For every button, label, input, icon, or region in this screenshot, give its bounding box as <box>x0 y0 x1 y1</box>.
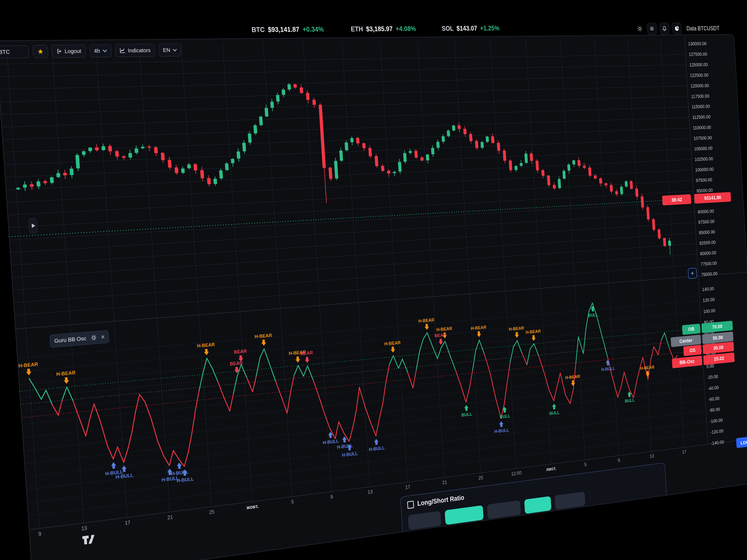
play-icon <box>32 223 35 228</box>
ticker-bar: BTC $93,141.87 +0.34% ETH $3,185.97 +4.0… <box>251 25 499 34</box>
ticker-price: $3,185.97 <box>366 25 393 33</box>
data-source-label: Data BTCUSDT <box>686 25 720 32</box>
language-dropdown[interactable]: EN <box>158 44 181 57</box>
chart-toolbar: ★ Logout 4h Indicators EN <box>0 44 181 59</box>
ticker-item-btc: BTC $93,141.87 +0.34% <box>251 25 324 34</box>
ticker-symbol: ETH <box>351 25 363 33</box>
timeframe-value: 4h <box>94 48 100 54</box>
tilted-screen: BTC $93,141.87 +0.34% ETH $3,185.97 +4.0… <box>0 9 747 560</box>
tradingview-logo[interactable] <box>82 534 96 549</box>
panel-pill-button[interactable] <box>408 511 441 530</box>
panel-pill-button[interactable] <box>524 496 551 514</box>
ticker-change: +1.25% <box>480 25 499 32</box>
close-icon[interactable]: × <box>101 333 105 341</box>
indicators-button[interactable]: Indicators <box>115 44 155 57</box>
ticker-price: $93,141.87 <box>268 26 300 34</box>
ticker-item-eth: ETH $3,185.97 +4.08% <box>351 25 416 33</box>
ticker-change: +0.34% <box>302 25 324 33</box>
topbar-controls: Data BTCUSDT <box>635 22 720 34</box>
bell-icon <box>662 25 667 32</box>
logout-button[interactable]: Logout <box>52 45 86 58</box>
ticker-symbol: SOL <box>442 25 454 32</box>
chart-window: Long/Short Ratio <box>0 34 747 560</box>
add-pane-button[interactable]: + <box>688 268 697 279</box>
pie-chart-icon <box>674 25 680 32</box>
gear-icon[interactable] <box>90 334 97 341</box>
bottom-panel: Long/Short Ratio <box>400 462 669 560</box>
chevron-down-icon <box>103 49 107 52</box>
favorite-button[interactable]: ★ <box>32 45 48 58</box>
panel-pill-button[interactable] <box>445 505 483 525</box>
panel-icon <box>407 501 414 509</box>
logout-label: Logout <box>65 48 81 54</box>
portfolio-button[interactable] <box>672 23 682 34</box>
panel-pill-button[interactable] <box>487 500 521 519</box>
alerts-button[interactable] <box>660 23 670 34</box>
language-value: EN <box>163 47 170 53</box>
brightness-icon[interactable] <box>636 24 644 34</box>
ticker-change: +4.08% <box>395 25 416 33</box>
chevron-down-icon <box>173 48 177 51</box>
timeframe-dropdown[interactable]: 4h <box>89 44 111 57</box>
ticker-item-sol: SOL $143.07 +1.25% <box>442 25 499 32</box>
indicators-icon <box>119 48 126 54</box>
ticker-symbol: BTC <box>251 26 265 34</box>
logout-icon <box>56 48 62 54</box>
menu-button[interactable] <box>647 23 657 34</box>
ticker-price: $143.07 <box>456 25 478 32</box>
indicators-label: Indicators <box>128 47 151 54</box>
replay-play-button[interactable] <box>28 218 38 234</box>
indicator-title: Guru BB Osc <box>54 335 87 344</box>
panel-title: Long/Short Ratio <box>417 494 464 508</box>
panel-pill-button[interactable] <box>555 492 585 510</box>
star-icon: ★ <box>37 47 44 56</box>
symbol-search-input[interactable] <box>0 45 29 58</box>
